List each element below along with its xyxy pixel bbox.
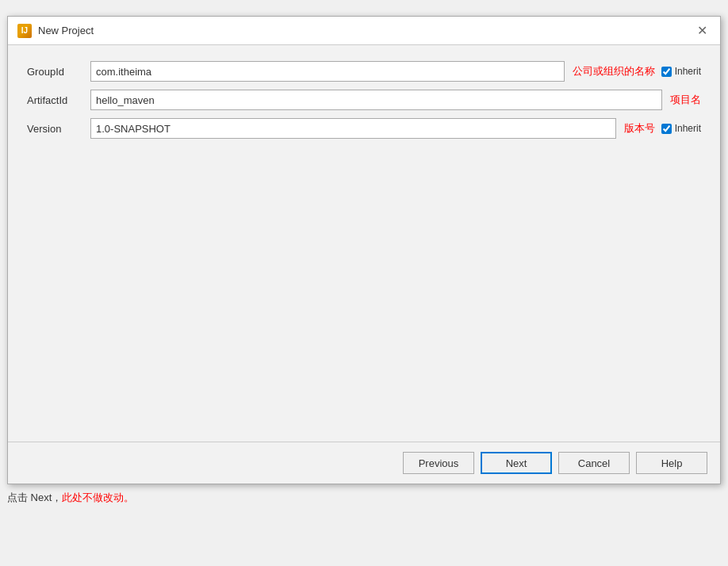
group-id-inherit-label: Inherit [675, 66, 701, 77]
previous-button[interactable]: Previous [403, 452, 474, 474]
version-inherit-container: Inherit [661, 123, 701, 134]
close-icon: ✕ [697, 23, 707, 38]
version-label: Version [27, 123, 90, 135]
artifact-id-input[interactable] [90, 90, 662, 110]
title-bar-left: IJ New Project [17, 24, 94, 38]
dialog-footer: Previous Next Cancel Help [8, 442, 720, 484]
version-field-container: 版本号 [90, 118, 655, 139]
dialog-wrapper: IJ New Project ✕ GroupId 公司或组织的名称 Inheri… [7, 16, 721, 566]
new-project-dialog: IJ New Project ✕ GroupId 公司或组织的名称 Inheri… [7, 16, 721, 484]
group-id-label: GroupId [27, 66, 90, 78]
next-button[interactable]: Next [481, 452, 552, 474]
help-button[interactable]: Help [636, 452, 707, 474]
version-row: Version 版本号 Inherit [27, 118, 701, 139]
version-input[interactable] [90, 118, 616, 139]
artifact-id-label: ArtifactId [27, 94, 90, 106]
close-button[interactable]: ✕ [693, 22, 711, 40]
title-bar: IJ New Project ✕ [8, 17, 720, 45]
version-inherit-checkbox[interactable] [661, 124, 672, 134]
artifact-id-row: ArtifactId 项目名 [27, 90, 701, 110]
group-id-inherit-container: Inherit [661, 66, 701, 77]
version-annotation: 版本号 [624, 121, 655, 136]
dialog-title: New Project [38, 25, 94, 36]
group-id-inherit-checkbox[interactable] [661, 67, 672, 77]
bottom-note-red: 此处不做改动。 [62, 491, 134, 503]
cancel-button[interactable]: Cancel [558, 452, 630, 474]
group-id-row: GroupId 公司或组织的名称 Inherit [27, 61, 701, 82]
artifact-id-field-container: 项目名 [90, 90, 701, 110]
group-id-field-container: 公司或组织的名称 [90, 61, 655, 82]
dialog-content: GroupId 公司或组织的名称 Inherit ArtifactId 项目名 [8, 45, 720, 442]
bottom-annotation: 点击 Next，此处不做改动。 [7, 491, 134, 505]
version-inherit-label: Inherit [675, 123, 701, 134]
group-id-input[interactable] [90, 61, 565, 82]
bottom-note-prefix: 点击 Next， [7, 491, 62, 503]
group-id-annotation: 公司或组织的名称 [573, 64, 655, 78]
app-icon: IJ [17, 24, 32, 38]
artifact-id-annotation: 项目名 [670, 93, 701, 107]
